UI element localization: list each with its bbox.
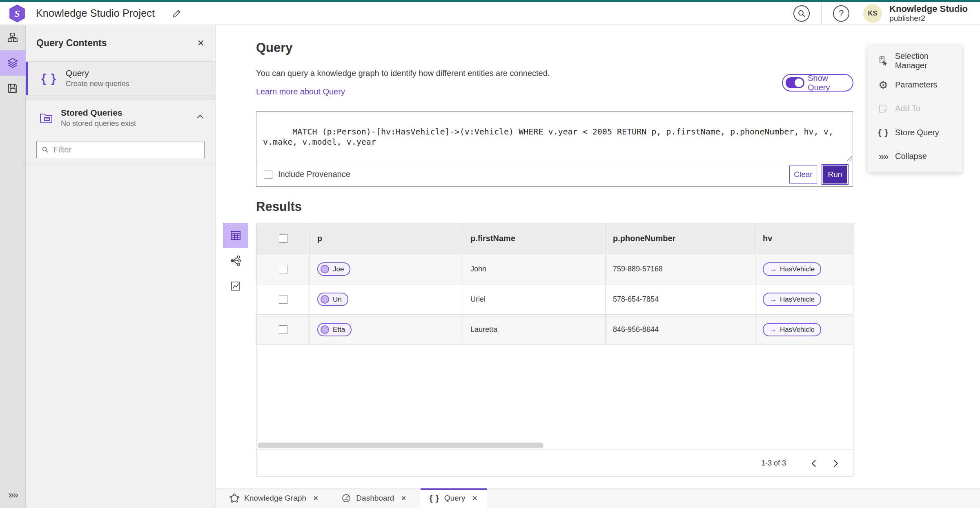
stored-queries-folder-icon <box>40 112 53 124</box>
parameters-button[interactable]: ⚙ Parameters <box>867 74 962 96</box>
query-description: You can query a knowledge graph to ident… <box>256 69 550 78</box>
column-header-p[interactable]: p <box>317 234 322 243</box>
braces-icon: { } <box>41 72 57 85</box>
add-to-icon <box>876 104 890 114</box>
previous-page-button[interactable] <box>805 454 823 472</box>
edge-pill[interactable]: → HasVehicle <box>763 262 821 276</box>
close-tab-icon[interactable]: ✕ <box>313 494 318 503</box>
help-button[interactable]: ? <box>833 5 849 22</box>
app-header: S Knowledge Studio Project ? KS Knowledg… <box>0 2 980 25</box>
edge-pill[interactable]: → HasVehicle <box>763 323 821 336</box>
user-name: Knowledge Studio <box>889 4 968 14</box>
sidebar-item-query[interactable]: { } Query Create new queries <box>26 62 215 95</box>
table-icon <box>230 231 241 240</box>
edit-title-icon[interactable] <box>172 9 182 18</box>
search-button[interactable] <box>793 5 810 22</box>
add-to-button[interactable]: Add To <box>867 98 962 120</box>
braces-icon: { } <box>876 128 890 137</box>
top-accent-bar <box>0 0 980 2</box>
user-avatar[interactable]: KS <box>863 4 882 23</box>
tab-dashboard[interactable]: Dashboard ✕ <box>332 488 415 508</box>
cell-firstname: Uriel <box>470 295 486 304</box>
rail-save-button[interactable] <box>0 76 26 101</box>
chart-view-button[interactable] <box>223 273 248 299</box>
results-table: p p.firstName p.phoneNumber hv Joe John … <box>256 223 853 477</box>
query-textarea[interactable]: MATCH (p:Person)-[hv:HasVehicle]->(v:Veh… <box>256 112 853 162</box>
column-header-hv[interactable]: hv <box>763 234 772 243</box>
pagination-range: 1-3 of 3 <box>761 459 786 468</box>
bottom-tab-bar: Knowledge Graph ✕ Dashboard ✕ { } Query … <box>216 488 980 508</box>
page-title: Query <box>256 40 293 55</box>
chevron-right-icon <box>833 459 839 468</box>
filter-input[interactable] <box>53 145 199 154</box>
store-query-button[interactable]: { } Store Query <box>867 121 962 143</box>
selection-manager-button[interactable]: Selection Manager <box>867 50 962 72</box>
include-provenance-checkbox[interactable] <box>264 170 272 179</box>
sidebar-item-stored-queries[interactable]: Stored Queries No stored queries exist <box>26 100 215 135</box>
horizontal-scrollbar[interactable] <box>256 441 853 450</box>
save-icon <box>7 83 18 94</box>
rail-ontology-button[interactable] <box>0 25 26 50</box>
row-checkbox[interactable] <box>279 265 287 273</box>
resize-grip[interactable] <box>847 156 852 161</box>
filter-search-icon <box>42 146 49 153</box>
cell-phonenumber: 846-956-8644 <box>613 325 659 334</box>
row-checkbox[interactable] <box>279 325 287 334</box>
result-view-switcher <box>223 223 248 299</box>
table-view-button[interactable] <box>223 223 248 248</box>
node-icon <box>321 265 329 273</box>
gear-icon: ⚙ <box>876 80 890 90</box>
filter-field[interactable] <box>36 141 205 158</box>
selection-manager-icon <box>876 56 890 66</box>
rail-queries-button[interactable] <box>0 50 26 76</box>
tab-knowledge-graph[interactable]: Knowledge Graph ✕ <box>220 488 327 508</box>
chevron-up-icon[interactable] <box>196 114 204 119</box>
toggle-track <box>786 77 804 88</box>
help-icon: ? <box>839 8 844 19</box>
column-header-firstname[interactable]: p.firstName <box>470 234 515 243</box>
braces-icon: { } <box>430 494 439 503</box>
row-checkbox[interactable] <box>279 295 287 304</box>
next-page-button[interactable] <box>827 454 845 472</box>
table-row: Etta Lauretta 846-956-8644 → HasVehicle <box>256 315 853 345</box>
collapse-button[interactable]: »» Collapse <box>867 145 962 168</box>
node-icon <box>321 325 329 334</box>
close-tab-icon[interactable]: ✕ <box>472 494 477 503</box>
panel-header: Query Contents ✕ <box>26 25 215 62</box>
search-icon <box>797 9 806 18</box>
run-button[interactable]: Run <box>823 166 847 184</box>
node-pill[interactable]: Uri <box>317 293 348 306</box>
layers-icon <box>7 57 18 69</box>
user-info: Knowledge Studio publisher2 <box>889 4 968 23</box>
learn-more-link[interactable]: Learn more about Query <box>256 87 345 96</box>
app-logo-icon[interactable]: S <box>9 4 25 22</box>
results-title: Results <box>256 199 302 214</box>
toggle-knob <box>795 78 803 87</box>
table-row: Uri Uriel 578-654-7854 → HasVehicle <box>256 284 853 315</box>
hierarchy-icon <box>7 32 18 43</box>
close-tab-icon[interactable]: ✕ <box>401 494 406 503</box>
edge-pill[interactable]: → HasVehicle <box>763 293 821 306</box>
chart-icon <box>231 281 241 291</box>
clear-button[interactable]: Clear <box>789 166 817 184</box>
panel-close-icon[interactable]: ✕ <box>197 38 205 49</box>
query-actions-panel: Selection Manager ⚙ Parameters Add To { … <box>867 45 962 172</box>
node-pill[interactable]: Etta <box>317 323 352 336</box>
scrollbar-thumb[interactable] <box>258 443 543 448</box>
show-query-label: Show Query <box>808 74 853 92</box>
edge-arrow-icon: → <box>769 325 777 334</box>
node-icon <box>321 295 329 304</box>
include-provenance-label: Include Provenance <box>278 170 350 179</box>
node-pill[interactable]: Joe <box>317 262 350 276</box>
stored-queries-subtitle: No stored queries exist <box>61 119 136 128</box>
select-all-checkbox[interactable] <box>279 234 287 243</box>
cell-phonenumber: 578-654-7854 <box>613 295 659 304</box>
show-query-toggle[interactable]: Show Query <box>782 74 853 92</box>
cell-phonenumber: 759-889-57168 <box>613 265 663 273</box>
rail-expand-icon[interactable]: »» <box>0 489 26 501</box>
tab-query[interactable]: { } Query ✕ <box>421 488 487 508</box>
table-row: Joe John 759-889-57168 → HasVehicle <box>256 254 853 284</box>
pagination-row: 1-3 of 3 <box>256 450 853 477</box>
graph-view-button[interactable] <box>223 248 248 273</box>
column-header-phonenumber[interactable]: p.phoneNumber <box>613 234 675 243</box>
